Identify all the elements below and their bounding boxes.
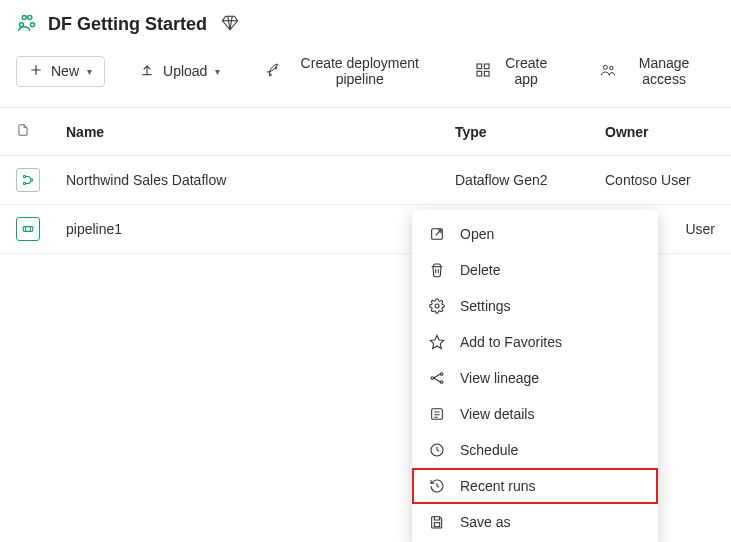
svg-rect-5	[477, 64, 482, 69]
menu-label: View lineage	[460, 370, 539, 386]
rocket-icon	[266, 62, 282, 81]
header: DF Getting Started	[0, 0, 731, 41]
menu-label: Delete	[460, 262, 500, 278]
svg-rect-7	[477, 71, 482, 76]
svg-point-12	[23, 182, 25, 184]
details-icon	[428, 405, 446, 423]
menu-label: Open	[460, 226, 494, 242]
item-name[interactable]: pipeline1	[66, 221, 431, 237]
svg-point-9	[604, 65, 608, 69]
gear-icon	[428, 297, 446, 315]
column-icon	[16, 122, 66, 141]
svg-point-19	[431, 377, 434, 380]
item-owner: Contoso User	[605, 172, 715, 188]
column-owner[interactable]: Owner	[605, 124, 715, 140]
history-icon	[428, 477, 446, 495]
svg-point-3	[30, 23, 34, 27]
open-icon	[428, 225, 446, 243]
create-app-button[interactable]: Create app	[463, 49, 565, 93]
menu-view-details[interactable]: View details	[412, 396, 658, 432]
save-icon	[428, 513, 446, 531]
workspace-icon	[16, 12, 38, 37]
context-menu: Open Delete Settings Add to Favorites Vi…	[412, 210, 658, 542]
pipeline-icon	[16, 217, 40, 241]
menu-label: Save as	[460, 514, 511, 530]
menu-settings[interactable]: Settings	[412, 288, 658, 324]
table-row[interactable]: Northwind Sales Dataflow Dataflow Gen2 C…	[0, 156, 731, 205]
menu-schedule[interactable]: Schedule	[412, 432, 658, 468]
menu-view-lineage[interactable]: View lineage	[412, 360, 658, 396]
item-type: Dataflow Gen2	[455, 172, 605, 188]
create-pipeline-label: Create deployment pipeline	[290, 55, 429, 87]
svg-point-13	[30, 179, 32, 181]
create-deployment-pipeline-button[interactable]: Create deployment pipeline	[254, 49, 441, 93]
svg-point-11	[23, 175, 25, 177]
menu-save-as[interactable]: Save as	[412, 504, 658, 540]
upload-icon	[139, 62, 155, 81]
table-header: Name Type Owner	[0, 108, 731, 156]
chevron-down-icon: ▾	[87, 66, 92, 77]
plus-icon	[29, 63, 43, 80]
column-name[interactable]: Name	[66, 124, 455, 140]
svg-rect-8	[484, 71, 489, 76]
menu-open[interactable]: Open	[412, 216, 658, 252]
svg-rect-24	[434, 523, 439, 527]
page-title: DF Getting Started	[48, 14, 207, 35]
clock-icon	[428, 441, 446, 459]
menu-label: Add to Favorites	[460, 334, 562, 350]
item-name[interactable]: Northwind Sales Dataflow	[66, 172, 455, 188]
people-icon	[599, 62, 617, 81]
svg-rect-6	[484, 64, 489, 69]
upload-label: Upload	[163, 63, 207, 79]
menu-recent-runs[interactable]: Recent runs	[412, 468, 658, 504]
svg-point-20	[440, 373, 443, 376]
lineage-icon	[428, 369, 446, 387]
new-button[interactable]: New ▾	[16, 56, 105, 87]
svg-point-21	[440, 381, 443, 384]
toolbar: New ▾ Upload ▾ Create deployment pipelin…	[0, 41, 731, 108]
menu-label: Recent runs	[460, 478, 535, 494]
svg-point-4	[276, 67, 278, 69]
new-button-label: New	[51, 63, 79, 79]
manage-access-button[interactable]: Manage access	[587, 49, 715, 93]
svg-point-0	[22, 15, 26, 19]
menu-label: Schedule	[460, 442, 518, 458]
manage-access-label: Manage access	[625, 55, 703, 87]
app-icon	[475, 62, 491, 81]
svg-rect-14	[23, 227, 32, 232]
menu-delete[interactable]: Delete	[412, 252, 658, 288]
column-type[interactable]: Type	[455, 124, 605, 140]
menu-label: View details	[460, 406, 534, 422]
star-icon	[428, 333, 446, 351]
chevron-down-icon: ▾	[215, 66, 220, 77]
delete-icon	[428, 261, 446, 279]
dataflow-icon	[16, 168, 40, 192]
menu-add-to-favorites[interactable]: Add to Favorites	[412, 324, 658, 360]
svg-point-10	[610, 66, 613, 69]
create-app-label: Create app	[499, 55, 553, 87]
svg-marker-18	[430, 335, 443, 348]
svg-point-1	[28, 15, 32, 19]
svg-point-17	[435, 304, 439, 308]
menu-label: Settings	[460, 298, 511, 314]
diamond-icon	[221, 14, 239, 35]
upload-button[interactable]: Upload ▾	[127, 56, 232, 87]
